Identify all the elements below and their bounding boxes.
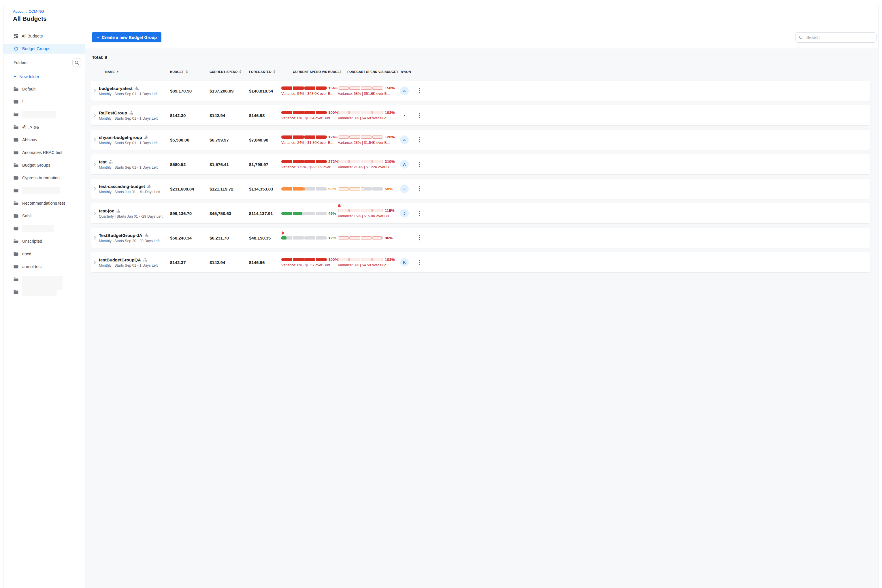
progress-percent: 103% bbox=[385, 110, 395, 115]
variance-text: Variance: 3% | $4.68 over Bud... bbox=[338, 116, 394, 120]
budget-value: $231,608.84 bbox=[170, 186, 210, 191]
column-header-forecasted[interactable]: FORECASTED bbox=[249, 70, 281, 74]
column-header-budget[interactable]: BUDGET bbox=[170, 70, 210, 74]
forecast-spend-vs-budget: 58% bbox=[338, 179, 394, 199]
folder-icon bbox=[14, 252, 18, 256]
progress-bar bbox=[281, 258, 327, 261]
kebab-menu-icon[interactable] bbox=[418, 258, 421, 266]
folder-icon bbox=[14, 265, 18, 268]
sidebar-item-budget-groups[interactable]: Budget Groups bbox=[3, 44, 85, 54]
budget-period: Monthly | Starts Sep 01 - 1 Days Left bbox=[99, 165, 170, 170]
sitemap-icon bbox=[143, 258, 147, 262]
current-spend-vs-budget: 46% bbox=[281, 203, 338, 224]
chevron-right-icon bbox=[94, 162, 96, 166]
kebab-menu-icon[interactable] bbox=[418, 185, 421, 192]
owner-avatar: A bbox=[400, 135, 409, 144]
forecast-spend-vs-budget: 115% Variance: 15% | $15.0K over Bu... bbox=[338, 203, 394, 224]
progress-bar bbox=[281, 160, 327, 163]
folder-label: Sahil bbox=[22, 214, 32, 218]
kebab-menu-icon[interactable] bbox=[418, 136, 421, 144]
progress-bar bbox=[338, 135, 383, 139]
folder-item--[interactable]: @ . > && bbox=[3, 124, 85, 130]
folder-icon bbox=[14, 189, 18, 192]
forecast-spend-vs-budget: 310% Variance: 210% | $1.22K over B... bbox=[338, 154, 394, 174]
plus-icon: + bbox=[14, 74, 16, 80]
forecasted-value: $114,137.91 bbox=[249, 211, 281, 216]
sidebar-item-all-budgets[interactable]: All Budgets bbox=[3, 31, 85, 41]
progress-percent: 272% bbox=[328, 159, 338, 164]
forecast-spend-vs-budget: 128% Variance: 28% | $1.54K over B... bbox=[338, 130, 394, 150]
budget-group-name: shyam-budget-group bbox=[99, 135, 142, 140]
progress-percent: 158% bbox=[385, 86, 395, 90]
progress-percent: 310% bbox=[385, 159, 395, 164]
kebab-menu-icon[interactable] bbox=[418, 160, 421, 168]
row-expand-button[interactable] bbox=[93, 187, 99, 191]
progress-percent: 58% bbox=[385, 187, 393, 191]
folder-icon bbox=[14, 252, 18, 256]
sitemap-icon bbox=[147, 184, 151, 188]
folder-item-unscripted[interactable]: Unscripted bbox=[3, 238, 85, 245]
sidebar-item-label: All Budgets bbox=[22, 34, 43, 38]
folder-item[interactable] bbox=[3, 276, 85, 283]
folder-item-anmol-test[interactable]: anmol-test bbox=[3, 263, 85, 270]
row-expand-button[interactable] bbox=[93, 89, 99, 93]
forecasted-value: $140,818.54 bbox=[249, 88, 281, 93]
folder-label: Abhinav bbox=[22, 138, 37, 142]
column-header-current-spend[interactable]: CURRENT SPEND bbox=[210, 70, 249, 74]
new-folder-button[interactable]: + New folder bbox=[3, 74, 85, 80]
folder-item-budget-groups[interactable]: Budget Groups bbox=[3, 162, 85, 169]
column-header-forecast-vs-budget: FORECAST SPEND V/S BUDGET bbox=[338, 70, 394, 74]
row-expand-button[interactable] bbox=[93, 138, 99, 142]
budget-group-name: test-cascading-budget bbox=[99, 184, 145, 189]
folder-icon bbox=[14, 150, 18, 154]
kebab-menu-icon[interactable] bbox=[418, 234, 421, 242]
folder-item-cypress-automation[interactable]: Cypress Automation bbox=[3, 174, 85, 181]
sitemap-icon bbox=[145, 234, 148, 237]
bell-icon bbox=[281, 231, 285, 236]
folder-label: @ . > && bbox=[22, 125, 39, 129]
folders-search-button[interactable] bbox=[72, 58, 81, 67]
forecast-spend-vs-budget: 96% bbox=[338, 228, 394, 248]
folder-icon bbox=[14, 214, 18, 218]
folder-item[interactable] bbox=[3, 187, 85, 194]
folder-item--[interactable]: ! bbox=[3, 98, 85, 105]
folder-icon bbox=[14, 138, 18, 142]
folder-item-sahil[interactable]: Sahil bbox=[3, 212, 85, 219]
budget-period: Monthly | Starts Sep 01 - 1 Days Left bbox=[99, 117, 170, 120]
row-expand-button[interactable] bbox=[93, 162, 99, 166]
budget-value: $89,170.50 bbox=[170, 88, 210, 93]
folder-item-recommendations-test[interactable]: Recommendations test bbox=[3, 200, 85, 207]
folder-icon bbox=[14, 239, 18, 243]
current-spend-vs-budget: 52% bbox=[281, 179, 338, 199]
row-expand-button[interactable] bbox=[93, 113, 99, 117]
folder-icon bbox=[14, 150, 18, 154]
folders-heading: Folders bbox=[14, 60, 27, 65]
variance-text: Variance: 28% | $1.54K over B... bbox=[338, 141, 394, 145]
folder-icon bbox=[14, 201, 18, 205]
folder-item[interactable] bbox=[3, 111, 85, 118]
row-expand-button[interactable] bbox=[93, 236, 99, 240]
folder-icon bbox=[14, 87, 18, 91]
folder-item-anomalies-rbac-test[interactable]: Anomalies RBAC test bbox=[3, 149, 85, 156]
column-header-name[interactable]: NAME bbox=[99, 70, 170, 74]
sitemap-icon bbox=[135, 87, 139, 90]
row-expand-button[interactable] bbox=[93, 211, 99, 215]
row-expand-button[interactable] bbox=[93, 260, 99, 264]
account-breadcrumb-link[interactable]: Account: CCM-NG bbox=[13, 9, 44, 14]
kebab-menu-icon[interactable] bbox=[418, 210, 421, 217]
sitemap-icon bbox=[129, 111, 133, 115]
table-header-row: NAME BUDGET CURRENT SPEND FORECASTED CUR… bbox=[90, 70, 441, 74]
folder-icon bbox=[14, 176, 18, 180]
variance-text: Variance: 58% | $51.6K over B... bbox=[338, 92, 394, 96]
folder-item[interactable] bbox=[3, 225, 85, 232]
folder-item-abhinav[interactable]: Abhinav bbox=[3, 136, 85, 143]
variance-text: Variance: 0% | $0.57 over Bud... bbox=[281, 263, 338, 267]
kebab-menu-icon[interactable] bbox=[418, 111, 421, 119]
budget-period: Monthly | Starts Sep 01 - 1 Days Left bbox=[99, 264, 170, 267]
folder-item-default[interactable]: Default bbox=[3, 86, 85, 93]
create-budget-group-button[interactable]: + Create a new Budget Group bbox=[92, 32, 161, 42]
kebab-menu-icon[interactable] bbox=[418, 87, 421, 94]
folder-item-abcd[interactable]: abcd bbox=[3, 250, 85, 257]
owner-dash: - bbox=[404, 113, 405, 118]
redacted-folder-label bbox=[22, 187, 60, 194]
